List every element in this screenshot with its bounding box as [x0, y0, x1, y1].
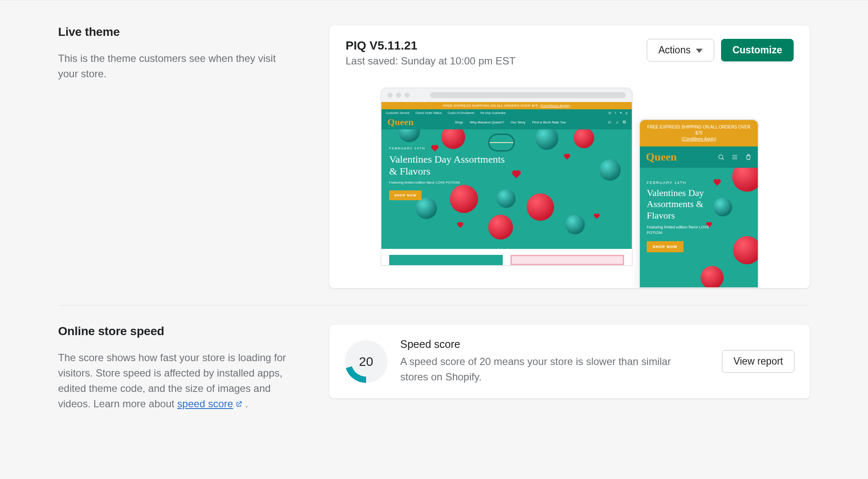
promo-banner-text: FREE EXPRESS SHIPPING ON ALL ORDERS OVER… [443, 104, 538, 108]
speed-desc-prefix: The score shows how fast your store is l… [58, 352, 286, 409]
address-bar-placeholder [430, 92, 626, 98]
live-theme-section: Live theme This is the theme customers s… [58, 25, 810, 288]
mobile-logo: Queen [646, 152, 677, 163]
promo-banner-link: (Conditions Apply) [540, 104, 570, 108]
instagram-icon: ◎ [608, 111, 611, 115]
macaron-decoration [732, 168, 758, 192]
section-divider [58, 305, 810, 306]
actions-button-label: Actions [658, 45, 690, 55]
nav-link: Find a Store Near You [532, 120, 566, 124]
view-report-button[interactable]: View report [722, 350, 795, 373]
chevron-down-icon [696, 49, 703, 53]
speed-section-title: Online store speed [58, 324, 312, 338]
live-theme-description: This is the theme customers see when the… [58, 51, 289, 82]
macaron-decoration [733, 236, 758, 264]
speed-section-description: The score shows how fast your store is l… [58, 350, 289, 412]
search-icon: ⌕ [616, 120, 619, 125]
browser-chrome [381, 88, 632, 102]
preview-topbar: Customer Service Check Order Status Covi… [381, 109, 632, 117]
macaron-decoration [399, 129, 420, 142]
nav-link: Shop [455, 120, 463, 124]
heart-decoration [594, 214, 599, 219]
preview-logo: Queen [387, 117, 413, 127]
promo-banner: FREE EXPRESS SHIPPING ON ALL ORDERS OVER… [381, 102, 632, 109]
promo-card [389, 255, 503, 265]
live-theme-title: Live theme [58, 25, 312, 39]
search-icon [718, 154, 724, 161]
mobile-preview: FREE EXPRESS SHIPPING ON ALL ORDERS OVER… [639, 119, 759, 288]
window-dot-icon [396, 93, 401, 98]
heart-decoration [457, 222, 463, 228]
mobile-hero-headline: Valentines Day Assortments & Flavors [647, 187, 719, 221]
external-link-icon [235, 400, 243, 408]
mobile-hero-subtext: Featuring limited edition flavor LOVE PO… [647, 225, 719, 235]
theme-card: PIQ V5.11.21 Last saved: Sunday at 10:00… [329, 25, 810, 288]
topbar-link: Customer Service [386, 111, 410, 114]
macaron-decoration [701, 266, 724, 287]
theme-last-saved: Last saved: Sunday at 10:00 pm EST [346, 55, 516, 67]
speed-score-link[interactable]: speed score [177, 398, 243, 409]
heart-decoration [564, 154, 570, 160]
macaron-decoration [535, 129, 558, 150]
window-dot-icon [405, 93, 410, 98]
macaron-decoration [488, 215, 513, 240]
customize-button[interactable]: Customize [721, 39, 794, 61]
macaron-decoration [574, 129, 594, 148]
heart-decoration [513, 171, 520, 178]
nav-link: Why Macaron Queen? [470, 120, 504, 124]
bag-icon [745, 154, 752, 161]
macaron-decoration [416, 198, 437, 219]
window-dot-icon [387, 93, 393, 98]
svg-line-1 [722, 158, 724, 160]
speed-gauge-value: 20 [345, 340, 387, 383]
preview-navbar: Queen Shop Why Macaron Queen? Our Story … [381, 117, 632, 129]
topbar-link: Covid-19 Disclaimer [448, 111, 475, 114]
hero-cta-button: SHOP NOW [389, 190, 422, 200]
mobile-hero: FEBRUARY 14TH Valentines Day Assortments… [640, 168, 758, 287]
mobile-banner-link: (Conditions Apply) [681, 137, 716, 141]
speed-score-card: 20 Speed score A speed score of 20 means… [329, 324, 810, 398]
cart-icon: ⧉ [623, 120, 626, 125]
macaron-decoration [565, 215, 585, 234]
theme-preview-area: FREE EXPRESS SHIPPING ON ALL ORDERS OVER… [329, 75, 810, 288]
facebook-icon: f [615, 111, 616, 115]
topbar-link: Check Order Status [416, 111, 442, 114]
speed-card-title: Speed score [400, 338, 701, 350]
hero-subtext: Featuring limited edition flavor LOVE PO… [389, 181, 509, 184]
twitter-icon: ✦ [619, 111, 622, 115]
hero-headline: Valentines Day Assortments & Flavors [389, 154, 509, 177]
mobile-navbar: Queen [640, 146, 758, 168]
theme-name: PIQ V5.11.21 [346, 39, 516, 53]
preview-bottom-row [381, 249, 632, 265]
topbar-link: Re-ship Guarantee [481, 111, 506, 114]
speed-gauge: 20 [345, 340, 387, 383]
desktop-preview: FREE EXPRESS SHIPPING ON ALL ORDERS OVER… [381, 88, 633, 266]
actions-dropdown-button[interactable]: Actions [647, 39, 714, 61]
speed-card-description: A speed score of 20 means your store is … [400, 354, 701, 385]
speed-section: Online store speed The score shows how f… [58, 324, 810, 412]
mobile-hero-cta: SHOP NOW [647, 241, 683, 252]
mobile-hero-eyebrow: FEBRUARY 14TH [647, 181, 719, 185]
mobile-promo-banner: FREE EXPRESS SHIPPING ON ALL ORDERS OVER… [640, 120, 758, 146]
menu-icon [731, 154, 738, 161]
macaron-decoration [599, 159, 621, 181]
hero-eyebrow: FEBRUARY 14TH [389, 146, 509, 150]
macaron-decoration [527, 193, 554, 221]
mobile-banner-text: FREE EXPRESS SHIPPING ON ALL ORDERS OVER… [647, 125, 750, 135]
preview-hero: FEBRUARY 14TH Valentines Day Assortments… [381, 129, 632, 249]
speed-desc-suffix: . [243, 398, 248, 409]
account-icon: ☺ [607, 120, 612, 125]
nav-link: Our Story [511, 120, 525, 124]
pinterest-icon: p [626, 111, 628, 115]
promo-card [510, 255, 624, 265]
